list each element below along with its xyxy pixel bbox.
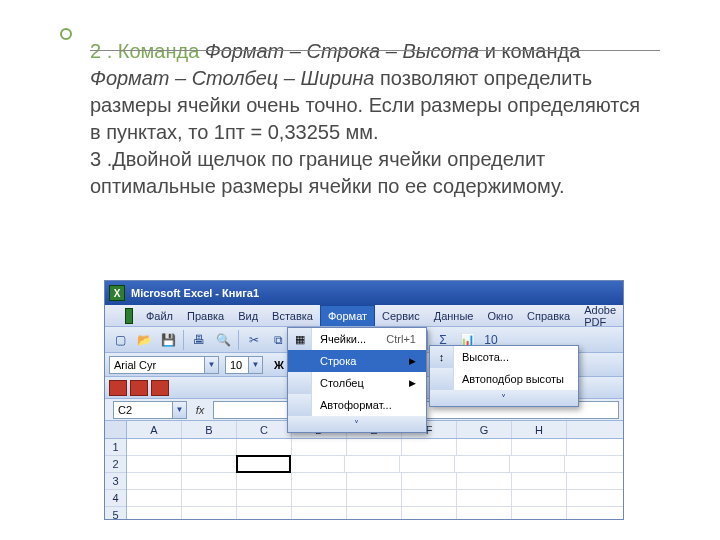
menuitem-label: Строка [320, 355, 395, 367]
col-header[interactable]: G [457, 421, 512, 438]
new-icon[interactable]: ▢ [109, 329, 131, 351]
menuitem-column[interactable]: Столбец ▶ [288, 372, 426, 394]
name-box[interactable]: C2 ▼ [113, 401, 187, 419]
submenu-arrow-icon: ▶ [409, 356, 416, 366]
sep [238, 330, 239, 350]
size-value: 10 [230, 359, 242, 371]
menu-file[interactable]: Файл [139, 305, 180, 326]
cells-area[interactable] [127, 439, 623, 520]
menuitem-label: Высота... [462, 351, 568, 363]
col-header[interactable]: A [127, 421, 182, 438]
height-icon: ↕ [439, 351, 445, 363]
window-title: Microsoft Excel - Книга1 [131, 287, 259, 299]
row-header[interactable]: 1 [105, 439, 126, 456]
pdf-icon[interactable] [130, 380, 148, 396]
menuitem-autofit-height[interactable]: Автоподбор высоты [430, 368, 578, 390]
menuitem-cells[interactable]: ▦ Ячейки... Ctrl+1 [288, 328, 426, 350]
menu-help[interactable]: Справка [520, 305, 577, 326]
col-header[interactable]: H [512, 421, 567, 438]
row-header[interactable]: 5 [105, 507, 126, 520]
menuitem-height[interactable]: ↕ Высота... [430, 346, 578, 368]
chevron-down-icon[interactable]: ▼ [248, 357, 262, 373]
worksheet-grid[interactable]: 1 2 3 4 5 A B C D E F G H [105, 421, 623, 520]
submenu-arrow-icon: ▶ [409, 378, 416, 388]
format-menu[interactable]: ▦ Ячейки... Ctrl+1 Строка ▶ Столбец ▶ Ав… [287, 327, 427, 433]
select-all-corner[interactable] [105, 421, 126, 439]
row-header[interactable]: 2 [105, 456, 126, 473]
p2-mid: и команда [479, 40, 580, 62]
col-header[interactable]: C [237, 421, 292, 438]
menuitem-label: Автоподбор высоты [462, 373, 568, 385]
row-submenu[interactable]: ↕ Высота... Автоподбор высоты ˅ [429, 345, 579, 407]
menu-view[interactable]: Вид [231, 305, 265, 326]
menu-expand-icon[interactable]: ˅ [430, 390, 578, 406]
col-header[interactable]: B [182, 421, 237, 438]
name-box-value: C2 [118, 404, 132, 416]
menu-insert[interactable]: Вставка [265, 305, 320, 326]
cells-icon: ▦ [295, 333, 305, 346]
menuitem-label: Автоформат... [320, 399, 416, 411]
save-icon[interactable]: 💾 [157, 329, 179, 351]
print-icon[interactable]: 🖶 [188, 329, 210, 351]
sep [427, 330, 428, 350]
excel-app-icon: X [109, 285, 125, 301]
menuitem-autoformat[interactable]: Автоформат... [288, 394, 426, 416]
pdf-icon[interactable] [109, 380, 127, 396]
row-headers: 1 2 3 4 5 [105, 421, 127, 520]
menuitem-label: Ячейки... [320, 333, 366, 345]
menu-tools[interactable]: Сервис [375, 305, 427, 326]
copy-icon[interactable]: ⧉ [267, 329, 289, 351]
font-select[interactable]: Arial Cyr ▼ [109, 356, 219, 374]
bold-button[interactable]: Ж [269, 359, 289, 371]
bullet-circle [60, 28, 72, 40]
font-value: Arial Cyr [114, 359, 156, 371]
menuitem-row[interactable]: Строка ▶ [288, 350, 426, 372]
paragraph-3: 3 .Двойной щелчок по границе ячейки опре… [90, 148, 565, 197]
size-select[interactable]: 10 ▼ [225, 356, 263, 374]
menu-format[interactable]: Формат [320, 305, 375, 326]
cut-icon[interactable]: ✂ [243, 329, 265, 351]
chevron-down-icon[interactable]: ▼ [204, 357, 218, 373]
chevron-down-icon[interactable]: ▼ [172, 402, 186, 418]
row-header[interactable]: 3 [105, 473, 126, 490]
fx-icon[interactable]: fx [191, 401, 209, 419]
menuitem-label: Столбец [320, 377, 395, 389]
open-icon[interactable]: 📂 [133, 329, 155, 351]
titlebar: X Microsoft Excel - Книга1 [105, 281, 623, 305]
selected-cell[interactable] [236, 455, 291, 473]
excel-window: X Microsoft Excel - Книга1 Файл Правка В… [104, 280, 624, 520]
menu-expand-icon[interactable]: ˅ [288, 416, 426, 432]
menu-window[interactable]: Окно [480, 305, 520, 326]
menu-edit[interactable]: Правка [180, 305, 231, 326]
doc-icon [125, 308, 133, 324]
row-header[interactable]: 4 [105, 490, 126, 507]
preview-icon[interactable]: 🔍 [212, 329, 234, 351]
p2-lead: 2 . Команда [90, 40, 205, 62]
p2-em1: Формат – Строка – Высота [205, 40, 479, 62]
menuitem-accel: Ctrl+1 [386, 333, 416, 345]
menu-adobe[interactable]: Adobe PDF [577, 305, 623, 326]
p2-em2: Формат – Столбец – Ширина [90, 67, 374, 89]
paragraph-2: 2 . Команда Формат – Строка – Высота и к… [90, 38, 650, 200]
menu-data[interactable]: Данные [427, 305, 481, 326]
pdf-icon[interactable] [151, 380, 169, 396]
menubar[interactable]: Файл Правка Вид Вставка Формат Сервис Да… [105, 305, 623, 327]
sep [183, 330, 184, 350]
horizontal-rule [90, 50, 660, 51]
